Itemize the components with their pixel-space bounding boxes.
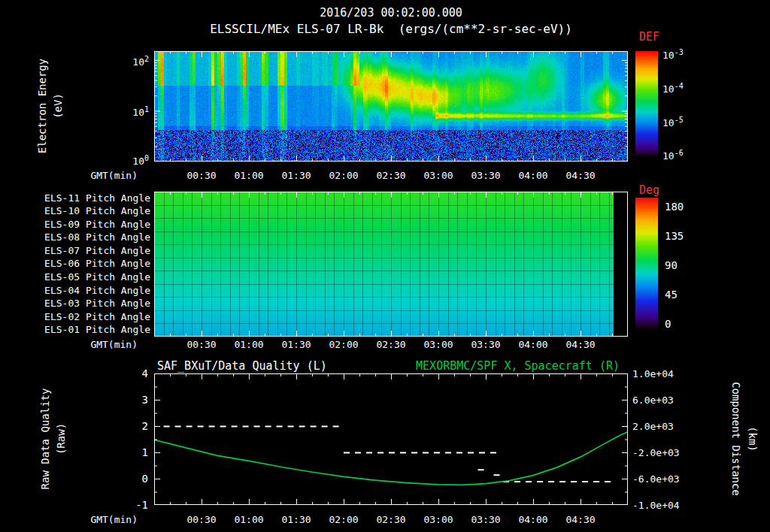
right-y-tick: -2.0e+03 <box>632 447 680 458</box>
def-colorbar-tick: 10-5 <box>662 116 684 128</box>
bottom-right-title: MEXORBMC/SPF X, Spacecraft (R) <box>416 359 620 373</box>
x-tick-label: 02:00 <box>329 170 358 181</box>
x-axis-title: GMT(min) <box>89 339 138 350</box>
pitch-row-label: ELS-10 Pitch Angle <box>23 205 150 216</box>
spectrogram-title: ELSSCIL/MEx ELS-07 LR-Bk (ergs/(cm**2-sr… <box>117 22 665 36</box>
pitch-row-label: ELS-04 Pitch Angle <box>23 285 150 296</box>
x-tick-label: 01:00 <box>234 339 263 350</box>
deg-colorbar-tick: 180 <box>665 201 684 213</box>
pitch-row-label: ELS-09 Pitch Angle <box>23 219 150 230</box>
left-y-tick: 2 <box>120 420 148 432</box>
left-y-tick: 1 <box>120 446 148 458</box>
x-tick-label: 03:00 <box>423 339 453 350</box>
datetime-title: 2016/203 00:02:00.000 <box>154 6 628 20</box>
x-tick-label: 00:30 <box>186 170 216 181</box>
pitch-row-label: ELS-06 Pitch Angle <box>23 258 150 269</box>
x-tick-label: 02:00 <box>329 339 358 350</box>
x-tick-label: 03:30 <box>471 514 500 525</box>
spectro-ylabel-units: (eV) <box>52 93 64 119</box>
deg-colorbar-tick: 135 <box>665 230 684 242</box>
x-tick-label: 04:00 <box>518 339 547 350</box>
def-colorbar-tick: 10-6 <box>662 149 684 162</box>
x-tick-label: 02:00 <box>329 514 358 525</box>
spectro-y-tick: 101 <box>114 105 149 118</box>
x-tick-label: 04:00 <box>518 514 547 525</box>
def-colorbar-tick: 10-4 <box>662 82 684 95</box>
left-y-tick: 0 <box>120 473 148 485</box>
x-tick-label: 04:00 <box>518 170 547 181</box>
right-y-tick: 6.0e+03 <box>632 394 674 406</box>
x-tick-label: 04:30 <box>565 339 595 350</box>
x-tick-label: 04:30 <box>565 170 595 181</box>
x-axis-title: GMT(min) <box>89 514 138 525</box>
pitch-row-label: ELS-11 Pitch Angle <box>23 192 150 204</box>
x-tick-label: 01:30 <box>281 514 311 525</box>
quality-distance-canvas <box>154 373 628 505</box>
right-y-tick: -6.0e+03 <box>632 473 680 485</box>
x-tick-label: 01:00 <box>234 170 263 181</box>
right-y-tick: 2.0e+03 <box>632 421 674 432</box>
deg-colorbar-tick: 90 <box>665 259 678 271</box>
right-ylabel: Component Distance <box>730 382 742 496</box>
x-tick-label: 02:30 <box>376 170 405 181</box>
deg-colorbar <box>635 198 658 328</box>
def-colorbar-title: DEF <box>639 30 659 44</box>
x-tick-label: 00:30 <box>186 514 216 525</box>
x-axis-title: GMT(min) <box>89 170 138 181</box>
x-tick-label: 02:30 <box>376 339 405 350</box>
x-tick-label: 03:30 <box>471 339 500 350</box>
pitch-row-label: ELS-07 Pitch Angle <box>23 245 150 256</box>
left-y-tick: 3 <box>120 394 148 406</box>
spectro-y-tick: 100 <box>114 154 149 167</box>
bottom-left-title: SAF_BXuT/Data Quality (L) <box>157 359 327 373</box>
pitch-row-label: ELS-01 Pitch Angle <box>23 324 150 335</box>
electron-spectrogram-canvas <box>154 51 628 162</box>
x-tick-label: 03:30 <box>471 170 500 181</box>
mex-els-summary-plot: 2016/203 00:02:00.000 ELSSCIL/MEx ELS-07… <box>0 0 770 532</box>
x-tick-label: 03:00 <box>423 514 453 525</box>
x-tick-label: 01:00 <box>234 514 263 525</box>
spectro-y-tick: 102 <box>114 55 149 68</box>
bottom-ylabel: Raw Data Quality <box>39 388 51 490</box>
deg-colorbar-tick: 0 <box>665 318 671 330</box>
pitch-row-label: ELS-03 Pitch Angle <box>23 298 150 309</box>
left-y-tick: 4 <box>120 367 148 379</box>
x-tick-label: 04:30 <box>565 514 595 525</box>
def-colorbar <box>635 51 658 156</box>
x-tick-label: 03:00 <box>423 170 453 181</box>
x-tick-label: 01:30 <box>281 339 311 350</box>
spectro-ylabel: Electron Energy <box>36 59 48 153</box>
bottom-ylabel-units: (Raw) <box>55 423 67 455</box>
pitch-angle-canvas <box>154 192 628 337</box>
right-ylabel-units: (km) <box>747 426 759 452</box>
right-y-tick: 1.0e+04 <box>632 368 674 379</box>
x-tick-label: 02:30 <box>376 514 405 525</box>
right-y-tick: -1.0e+04 <box>632 500 680 511</box>
pitch-row-label: ELS-05 Pitch Angle <box>23 271 150 283</box>
x-tick-label: 01:30 <box>281 170 311 181</box>
deg-colorbar-title: Deg <box>639 183 659 197</box>
def-colorbar-tick: 10-3 <box>662 48 684 61</box>
pitch-row-label: ELS-08 Pitch Angle <box>23 231 150 243</box>
pitch-row-label: ELS-02 Pitch Angle <box>23 311 150 322</box>
left-y-tick: -1 <box>120 499 148 511</box>
deg-colorbar-tick: 45 <box>665 289 678 301</box>
x-tick-label: 00:30 <box>186 339 216 350</box>
